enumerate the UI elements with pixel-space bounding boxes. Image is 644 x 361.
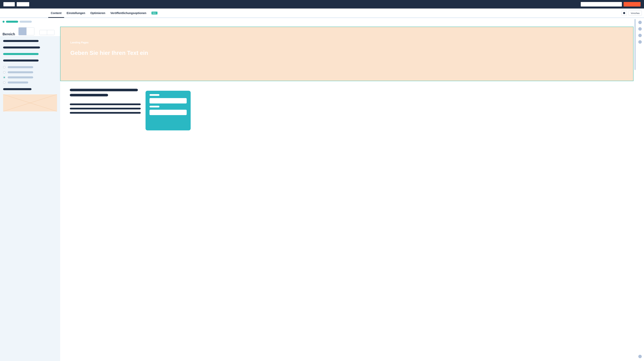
body-paragraph-line-1: [70, 103, 141, 105]
search-input[interactable]: [581, 2, 622, 6]
radio-option-3[interactable]: [3, 76, 57, 78]
sidebar-body: [0, 36, 60, 115]
primary-cta-button[interactable]: [624, 2, 640, 6]
breadcrumb-dot-icon: [2, 21, 4, 23]
radio-icon-selected: [3, 76, 6, 78]
right-tool-rail: [636, 18, 644, 361]
editor-tab-bar: Content Einstellungen Optimieren Veröffe…: [0, 8, 644, 18]
preview-button[interactable]: Vorschau: [628, 11, 642, 15]
page-canvas[interactable]: Landing Pages Geben Sie hier Ihren Text …: [60, 18, 636, 361]
sidebar-heading-3: [3, 59, 38, 61]
radio-option-1[interactable]: [3, 66, 57, 68]
form-field-input-1[interactable]: [150, 98, 187, 103]
rail-tool-help[interactable]: [638, 355, 642, 358]
radio-label-3: [8, 76, 33, 78]
radio-option-2[interactable]: [3, 71, 57, 73]
tab-optimize[interactable]: Optimieren: [88, 8, 108, 17]
form-field-label-2: [150, 106, 160, 107]
sidebar-heading-2: [3, 46, 40, 48]
tab-content[interactable]: Content: [48, 8, 64, 17]
radio-icon: [3, 81, 6, 84]
rail-tool-4[interactable]: [638, 40, 642, 44]
status-dot-icon: [623, 12, 625, 14]
editor-sidebar: Bereich: [0, 18, 60, 361]
rail-tool-3[interactable]: [638, 34, 642, 37]
sidebar-link-active[interactable]: [3, 53, 38, 55]
view-toggle-option-a[interactable]: [18, 27, 26, 35]
sidebar-header: Bereich: [0, 18, 60, 36]
body-paragraph-line-2: [70, 108, 141, 109]
form-card-module[interactable]: [146, 91, 191, 130]
status-indicator-button[interactable]: [622, 11, 627, 15]
view-toggle-primary[interactable]: [18, 27, 34, 35]
radio-label-2: [8, 71, 33, 73]
nav-menu-placeholder[interactable]: [17, 2, 29, 6]
view-toggle-secondary[interactable]: [40, 30, 54, 35]
radio-icon: [3, 66, 6, 68]
body-paragraph-line-3: [70, 112, 141, 114]
form-field-label-1: [150, 94, 160, 96]
canvas-scrollbar[interactable]: [634, 19, 636, 70]
sidebar-section-title: Bereich: [2, 32, 15, 36]
body-subheading-line: [70, 94, 108, 96]
radio-label-1: [8, 66, 33, 68]
view-toggle-sec-b[interactable]: [47, 30, 54, 35]
body-text-module[interactable]: [70, 89, 141, 114]
hero-headline-text[interactable]: Geben Sie hier Ihren Text ein: [70, 50, 623, 56]
top-nav-bar: [0, 0, 644, 8]
tab-settings[interactable]: Einstellungen: [64, 8, 88, 17]
radio-icon: [3, 71, 6, 73]
hero-module-selected[interactable]: Landing Pages Geben Sie hier Ihren Text …: [60, 27, 634, 81]
radio-option-4[interactable]: [3, 81, 57, 84]
new-badge: NEU: [152, 12, 158, 14]
body-heading-line: [70, 89, 138, 91]
breadcrumb-next[interactable]: [20, 21, 32, 23]
form-field-input-2[interactable]: [150, 110, 187, 115]
rail-tool-2[interactable]: [638, 27, 642, 31]
sidebar-heading-1: [3, 40, 38, 42]
view-toggle-option-b[interactable]: [26, 27, 34, 35]
image-placeholder[interactable]: [3, 94, 57, 111]
view-toggle-sec-a[interactable]: [40, 30, 47, 35]
radio-label-4: [8, 81, 28, 83]
sidebar-heading-4: [3, 88, 32, 90]
nav-logo-placeholder: [4, 2, 15, 6]
hero-eyebrow-text[interactable]: Landing Pages: [70, 41, 623, 44]
image-placeholder-x-icon: [3, 94, 57, 111]
breadcrumb-current[interactable]: [6, 21, 18, 23]
rail-tool-1[interactable]: [638, 21, 642, 24]
tab-publish-options[interactable]: Veröffentlichungsoptionen: [108, 8, 149, 17]
